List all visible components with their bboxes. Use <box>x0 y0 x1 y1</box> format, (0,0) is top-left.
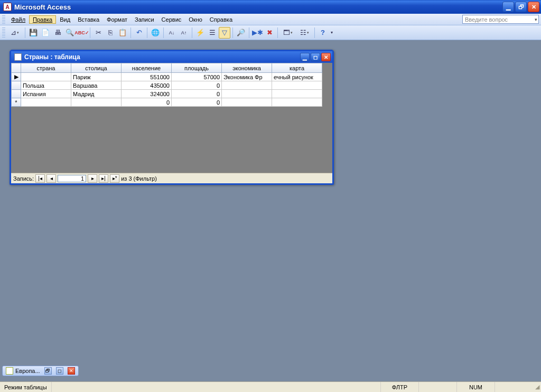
cell-economy[interactable] <box>222 90 272 98</box>
cut-icon[interactable]: ✂ <box>92 27 104 39</box>
help-question-input[interactable]: Введите вопрос <box>462 15 539 24</box>
child-minimize-button[interactable]: ▁ <box>300 53 310 61</box>
delete-record-icon[interactable]: ✖ <box>264 27 275 39</box>
col-capital[interactable]: столица <box>71 63 122 73</box>
cell-area[interactable]: 57000 <box>172 73 222 81</box>
table-row[interactable]: ▶ Франция Париж 551000 57000 Экономика Ф… <box>12 73 322 81</box>
new-object-icon[interactable]: ☷▾ <box>296 27 312 39</box>
col-economy[interactable]: экономика <box>222 63 272 73</box>
menu-insert[interactable]: Вставка <box>74 15 103 24</box>
grid-scroll: страна столица население площадь экономи… <box>11 63 332 107</box>
cell-population[interactable]: 435000 <box>122 81 172 90</box>
filter-by-selection-icon[interactable]: ⚡ <box>194 27 206 39</box>
new-icon[interactable]: 📄 <box>40 27 51 39</box>
col-population[interactable]: население <box>122 63 172 73</box>
cell-country[interactable] <box>21 98 71 107</box>
nav-last-button[interactable]: ▸| <box>99 174 108 183</box>
copy-icon[interactable]: ⎘ <box>105 27 116 39</box>
cell-map[interactable] <box>272 81 322 90</box>
sort-asc-icon[interactable]: A↓ <box>166 27 178 39</box>
help-question-placeholder: Введите вопрос <box>465 16 508 23</box>
save-icon[interactable]: 💾 <box>27 27 39 39</box>
cell-area[interactable]: 0 <box>172 81 222 90</box>
new-record-icon[interactable]: ▶✱ <box>251 27 263 39</box>
paste-icon[interactable]: 📋 <box>117 27 128 39</box>
cell-map[interactable] <box>272 98 322 107</box>
status-num: NUM <box>456 382 495 392</box>
filter-by-form-icon[interactable]: ☰ <box>207 27 218 39</box>
hyperlink-icon[interactable]: 🌐 <box>150 27 161 39</box>
sort-desc-icon[interactable]: A↑ <box>178 27 190 39</box>
cell-capital[interactable]: Варшава <box>71 81 122 90</box>
menu-records[interactable]: Записи <box>131 15 158 24</box>
spellcheck-icon[interactable]: ABC✓ <box>76 27 88 39</box>
menubar-grip[interactable] <box>2 15 5 24</box>
undo-icon[interactable]: ↶ <box>133 27 145 39</box>
cell-area[interactable]: 0 <box>172 98 222 107</box>
cell-capital[interactable] <box>71 98 122 107</box>
col-country[interactable]: страна <box>21 63 71 73</box>
toolbar-options-icon[interactable]: ▾ <box>329 27 334 39</box>
menu-window-label: Окно <box>189 16 202 23</box>
db-icon <box>6 367 13 375</box>
table-row[interactable]: Испания Мадрид 324000 0 <box>12 90 322 98</box>
close-button[interactable]: ✕ <box>528 2 539 12</box>
nav-current-input[interactable] <box>58 175 86 182</box>
taskbar-item[interactable]: Европа... 🗗 ◻ ✕ <box>2 366 79 376</box>
resize-grip-icon[interactable]: ◢ <box>533 384 541 390</box>
print-preview-icon[interactable]: 🔍 <box>64 27 76 39</box>
new-row-marker[interactable]: * <box>12 98 21 107</box>
row-selector[interactable] <box>12 81 21 90</box>
nav-new-button[interactable]: ▸* <box>110 174 119 183</box>
menu-edit[interactable]: Правка <box>29 15 56 24</box>
task-close-button[interactable]: ✕ <box>68 367 75 375</box>
nav-first-button[interactable]: |◂ <box>35 174 45 183</box>
col-area[interactable]: площадь <box>172 63 222 73</box>
row-selector[interactable] <box>12 90 21 98</box>
cell-country[interactable]: Франция <box>21 73 71 81</box>
status-bar: Режим таблицы ФЛТР NUM ◢ <box>0 381 541 392</box>
cell-economy[interactable] <box>222 98 272 107</box>
toolbar-grip[interactable] <box>2 27 5 38</box>
child-close-button[interactable]: ✕ <box>321 53 331 61</box>
apply-filter-icon[interactable]: ▽ <box>219 27 230 39</box>
find-icon[interactable]: 🔎 <box>235 27 247 39</box>
minimize-button[interactable]: ▁ <box>502 2 514 12</box>
cell-population[interactable]: 324000 <box>122 90 172 98</box>
cell-capital[interactable]: Мадрид <box>71 90 122 98</box>
separator <box>249 27 249 38</box>
table-row[interactable]: Польша Варшава 435000 0 <box>12 81 322 90</box>
view-button[interactable]: ⊿▾ <box>7 27 23 39</box>
cell-country[interactable]: Польша <box>21 81 71 90</box>
cell-economy[interactable]: Экономика Фр <box>222 73 272 81</box>
data-grid[interactable]: страна столица население площадь экономи… <box>11 63 322 107</box>
menu-file[interactable]: Файл <box>7 15 29 24</box>
cell-country[interactable]: Испания <box>21 90 71 98</box>
child-maximize-button[interactable]: ◻ <box>311 53 320 61</box>
print-icon[interactable]: 🖶 <box>52 27 63 39</box>
select-all-corner[interactable] <box>12 63 21 73</box>
cell-economy[interactable] <box>222 81 272 90</box>
cell-population[interactable]: 0 <box>122 98 172 107</box>
menu-help[interactable]: Справка <box>206 15 236 24</box>
menu-format[interactable]: Формат <box>103 15 131 24</box>
cell-capital[interactable]: Париж <box>71 73 122 81</box>
child-titlebar[interactable]: Страны : таблица ▁ ◻ ✕ <box>11 51 332 63</box>
maximize-button[interactable]: 🗗 <box>515 2 527 12</box>
col-map[interactable]: карта <box>272 63 322 73</box>
nav-next-button[interactable]: ▸ <box>88 174 97 183</box>
menu-view[interactable]: Вид <box>56 15 74 24</box>
menu-window[interactable]: Окно <box>185 15 206 24</box>
row-selector[interactable]: ▶ <box>12 73 21 81</box>
database-window-icon[interactable]: 🗔▾ <box>280 27 296 39</box>
nav-prev-button[interactable]: ◂ <box>46 174 56 183</box>
cell-map[interactable]: ечный рисунок <box>272 73 322 81</box>
cell-population[interactable]: 551000 <box>122 73 172 81</box>
cell-area[interactable]: 0 <box>172 90 222 98</box>
new-row[interactable]: * 0 0 <box>12 98 322 107</box>
task-restore-button[interactable]: 🗗 <box>44 367 52 375</box>
task-maximize-button[interactable]: ◻ <box>56 367 63 375</box>
help-icon[interactable]: ? <box>317 27 329 39</box>
cell-map[interactable] <box>272 90 322 98</box>
menu-tools[interactable]: Сервис <box>158 15 185 24</box>
